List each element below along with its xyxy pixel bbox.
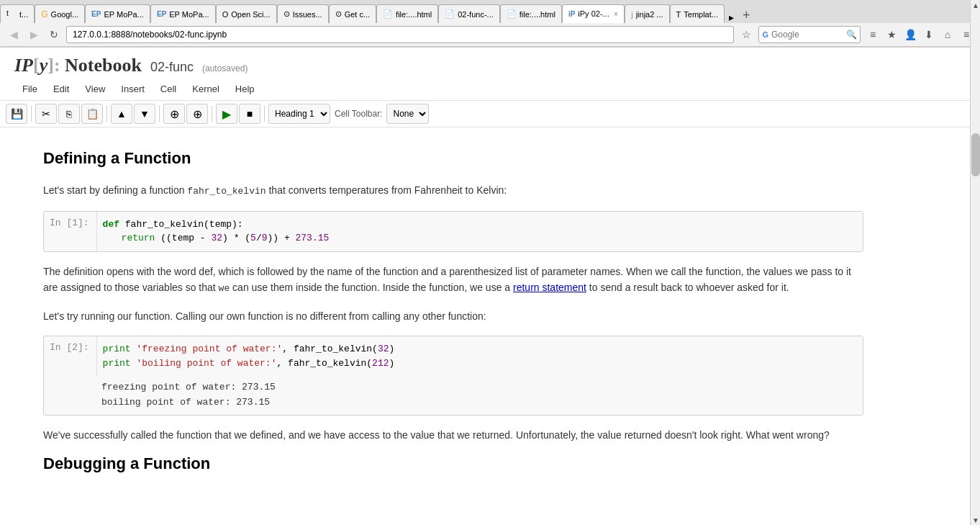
- notebook-logo: IP[y]: Notebook: [14, 55, 142, 76]
- tab-5[interactable]: ⊙ Issues...: [277, 4, 329, 23]
- forward-button[interactable]: ▶: [26, 27, 42, 42]
- menu-insert[interactable]: Insert: [113, 81, 153, 97]
- scrollbar-right[interactable]: ▲ ▼: [970, 0, 980, 525]
- cell-2-line-1: print 'freezing point of water:', fahr_t…: [103, 342, 857, 356]
- tab-favicon-2: EP: [91, 10, 101, 18]
- refresh-button[interactable]: ↻: [46, 27, 62, 42]
- logo-bracket-close: ]: [47, 55, 54, 76]
- tab-8[interactable]: 📄 02-func-...: [438, 4, 500, 23]
- code-cell-2[interactable]: In [2]: print 'freezing point of water:'…: [43, 336, 863, 416]
- toolbar-sep-4: [212, 106, 212, 122]
- tab-3[interactable]: EP EP MoPa...: [150, 4, 216, 23]
- str-freezing: 'freezing point of water:': [136, 344, 282, 354]
- cell-1-op1: ) * (: [222, 233, 250, 243]
- tab-11[interactable]: j jinja2 ...: [625, 4, 669, 23]
- tab-close-10[interactable]: ×: [614, 9, 618, 18]
- paste-button[interactable]: 📋: [81, 104, 103, 124]
- copy-button[interactable]: ⎘: [58, 104, 80, 124]
- return-statement-link[interactable]: return statement: [513, 282, 586, 293]
- cell-2-code[interactable]: print 'freezing point of water:', fahr_t…: [96, 336, 863, 376]
- num-212: 212: [372, 358, 389, 369]
- tab-label-0: t...: [19, 10, 28, 19]
- num-5: 5: [250, 233, 256, 243]
- toolbar-sep-3: [159, 106, 160, 122]
- new-tab-button[interactable]: +: [738, 8, 755, 23]
- tab-favicon-12: T: [676, 10, 681, 19]
- logo-y: y: [40, 55, 48, 76]
- tab-9[interactable]: 📄 file:....html: [500, 4, 562, 23]
- output-line-2: boiling point of water: 273.15: [101, 395, 857, 410]
- tab-favicon-7: 📄: [383, 9, 393, 19]
- menu-view[interactable]: View: [77, 81, 113, 97]
- num-273: 273.15: [296, 233, 330, 243]
- menu-edit[interactable]: Edit: [45, 81, 77, 97]
- search-icon[interactable]: 🔍: [846, 30, 857, 40]
- cell-toolbar-select[interactable]: None: [386, 104, 429, 124]
- tab-favicon-10: iP: [568, 10, 575, 18]
- search-box: G 🔍: [758, 26, 861, 43]
- home-icon[interactable]: ⌂: [940, 27, 956, 42]
- notebook-scroll-area[interactable]: Defining a Function Let's start by defin…: [0, 127, 980, 525]
- tab-label-6: Get c...: [345, 10, 370, 19]
- tab-1[interactable]: G Googl...: [35, 4, 85, 23]
- cell-type-select[interactable]: Heading 1 Heading 2 Code Markdown Raw: [268, 104, 330, 124]
- move-up-button[interactable]: ▲: [111, 104, 132, 124]
- cell-2-prompt: In [2]:: [44, 336, 96, 359]
- search-input[interactable]: [771, 30, 843, 40]
- tab-7[interactable]: 📄 file:....html: [376, 4, 438, 23]
- notebook-app: IP[y]: Notebook 02-func (autosaved) File…: [0, 48, 980, 525]
- toolbar-sep-2: [106, 106, 107, 122]
- bookmark-button[interactable]: ☆: [738, 27, 754, 42]
- tab-favicon-1: G: [41, 9, 47, 19]
- star-icon[interactable]: ★: [884, 27, 899, 42]
- tab-favicon-6: ⊙: [335, 9, 342, 19]
- tab-12[interactable]: T Templat...: [670, 4, 725, 23]
- save-button[interactable]: 💾: [6, 104, 27, 124]
- tab-0[interactable]: t t...: [0, 4, 35, 23]
- cell-1-op2: )) +: [268, 233, 296, 243]
- menu-kernel[interactable]: Kernel: [184, 81, 227, 97]
- run-button[interactable]: ▶: [216, 104, 237, 124]
- tab-label-3: EP MoPa...: [169, 10, 209, 19]
- move-down-button[interactable]: ▼: [134, 104, 155, 124]
- url-input[interactable]: [66, 26, 734, 43]
- menu-cell[interactable]: Cell: [153, 81, 184, 97]
- menu-help[interactable]: Help: [227, 81, 263, 97]
- menu-file[interactable]: File: [14, 81, 45, 97]
- tab-label-9: file:....html: [520, 10, 555, 19]
- tab-favicon-3: EP: [157, 10, 166, 18]
- cell-2-comma-1: , fahr_to_kelvin(: [282, 344, 378, 354]
- cell-1-line-2: return ((temp - 32) * (5/9)) + 273.15: [103, 231, 857, 246]
- code-cell-1[interactable]: In [1]: def fahr_to_kelvin(temp): return…: [43, 211, 863, 252]
- insert-above-button[interactable]: ⊕: [163, 104, 185, 124]
- tab-more-button[interactable]: ▸: [725, 12, 738, 23]
- tab-label-8: 02-func-...: [458, 10, 494, 19]
- cell-2-output: freezing point of water: 273.15 boiling …: [44, 376, 863, 415]
- cell-toolbar-label: Cell Toolbar:: [332, 109, 385, 119]
- cut-button[interactable]: ✂: [35, 104, 57, 124]
- download-icon[interactable]: ⬇: [921, 27, 937, 42]
- tab-10[interactable]: iP iPy 02-... ×: [562, 4, 625, 23]
- cell-1-funcname: fahr_to_kelvin(temp):: [119, 219, 243, 230]
- back-button[interactable]: ◀: [6, 27, 22, 42]
- insert-below-button[interactable]: ⊕: [186, 104, 208, 124]
- scrollbar-down-arrow[interactable]: ▼: [971, 515, 980, 525]
- cell-1-code[interactable]: def fahr_to_kelvin(temp): return ((temp …: [96, 212, 863, 251]
- cell-2-comma-2: , fahr_to_kelvin(: [276, 358, 372, 369]
- cell-1-line-1: def fahr_to_kelvin(temp):: [103, 217, 857, 232]
- tab-favicon-0: t: [6, 9, 17, 19]
- scrollbar-thumb[interactable]: [971, 133, 980, 176]
- tab-4[interactable]: O Open Sci...: [216, 4, 277, 23]
- nav-icons: ≡ ★ 👤 ⬇ ⌂ ≡: [865, 27, 974, 42]
- tab-2[interactable]: EP EP MoPa...: [85, 4, 150, 23]
- keyword-def: def: [103, 219, 119, 230]
- rss-icon[interactable]: ≡: [865, 27, 881, 42]
- interrupt-button[interactable]: ■: [239, 104, 260, 124]
- notebook-header: IP[y]: Notebook 02-func (autosaved) File…: [0, 48, 980, 101]
- user-icon[interactable]: 👤: [902, 27, 918, 42]
- cell-2-paren-2: ): [389, 358, 395, 369]
- scrollbar-up-arrow[interactable]: ▲: [971, 0, 980, 10]
- tab-6[interactable]: ⊙ Get c...: [329, 4, 376, 23]
- num-9: 9: [262, 233, 268, 243]
- tab-favicon-11: j: [631, 10, 632, 19]
